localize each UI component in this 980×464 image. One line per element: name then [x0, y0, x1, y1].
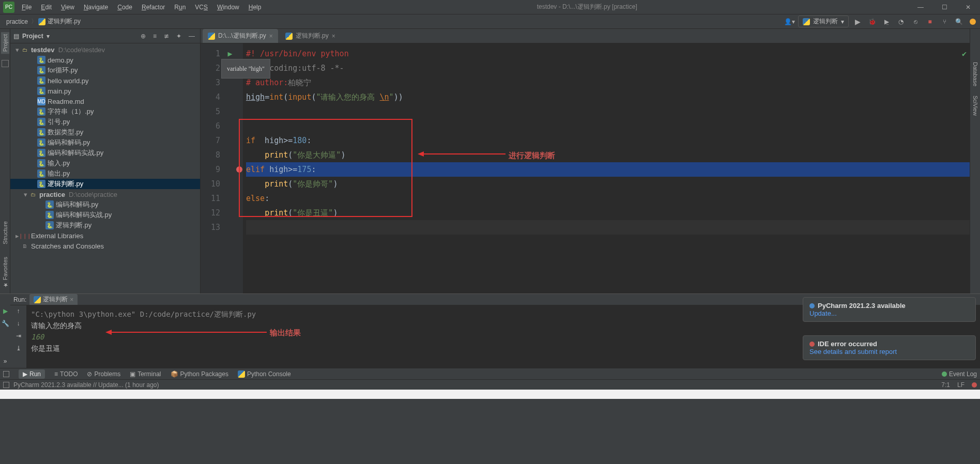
tree-file[interactable]: 🐍引号.py [10, 117, 200, 127]
project-tool-window: ▤ Project ▾ ⊕ ≡ ≢ ✦ — ▾🗀testdev D:\code\… [10, 29, 201, 293]
inspection-ok-icon[interactable]: ✔ [962, 47, 967, 61]
run-tab-button[interactable]: ▶ Run [19, 369, 45, 379]
ide-error-indicator-icon[interactable] [972, 382, 977, 388]
tree-file[interactable]: 🐍数据类型.py [10, 127, 200, 137]
stop-button[interactable]: ■ [924, 16, 936, 27]
favorites-tab[interactable]: ★ Favorites [1, 255, 9, 290]
tree-file[interactable]: 🐍逻辑判断.py [10, 220, 200, 230]
project-panel-title[interactable]: Project [22, 33, 43, 40]
project-tab[interactable]: Project [1, 32, 9, 54]
menu-view[interactable]: View [57, 2, 79, 13]
expand-all-icon[interactable]: ≡ [151, 33, 159, 40]
down-icon[interactable]: ↓ [17, 320, 20, 327]
menu-refactor[interactable]: Refactor [137, 2, 169, 13]
structure-tab[interactable]: Structure [1, 219, 9, 246]
search-button[interactable]: 🔍 [953, 16, 964, 27]
coverage-button[interactable]: ▶̤ [881, 16, 892, 27]
locate-icon[interactable]: ⊕ [139, 33, 148, 40]
tree-file[interactable]: 🐍输出.py [10, 168, 200, 179]
python-icon [803, 18, 810, 25]
status-message[interactable]: PyCharm 2021.2.3 available // Update... … [13, 381, 159, 389]
scroll-to-end-icon[interactable]: ⤓ [16, 345, 21, 352]
event-indicator-icon [942, 372, 947, 377]
close-icon[interactable]: × [269, 33, 273, 40]
tree-package[interactable]: ▾🗀practice D:\code\practice [10, 189, 200, 199]
tree-file[interactable]: MDReadme.md [10, 96, 200, 106]
tree-file[interactable]: 🐍main.py [10, 86, 200, 96]
chevron-down-icon[interactable]: ▾ [47, 33, 50, 40]
menu-vcs[interactable]: VCS [191, 2, 212, 13]
hide-icon[interactable]: — [187, 33, 197, 40]
close-icon[interactable]: × [332, 33, 335, 40]
settings-icon[interactable]: 🔧 [2, 320, 9, 327]
bookmarks-icon[interactable] [2, 60, 9, 67]
run-config-selector[interactable]: 逻辑判断 ▾ [798, 16, 849, 27]
concurrency-button[interactable]: ⎋ [910, 16, 921, 27]
tree-file[interactable]: 🐍字符串（1）.py [10, 106, 200, 117]
tree-file[interactable]: 🐍demo.py [10, 55, 200, 65]
menu-run[interactable]: Run [170, 2, 190, 13]
breadcrumb-root[interactable]: practice [4, 17, 30, 26]
right-tool-stripe: Database SciView [970, 29, 980, 293]
menu-file[interactable]: File [18, 2, 36, 13]
notification-update[interactable]: PyCharm 2021.2.3 available Update... [803, 297, 976, 322]
tool-window-quick-access-icon[interactable] [3, 371, 9, 377]
notification-link[interactable]: Update... [809, 310, 969, 317]
tree-root[interactable]: ▾🗀testdev D:\code\testdev [10, 44, 200, 55]
tree-file[interactable]: 🐍编码和解码实战.py [10, 210, 200, 220]
more-icon[interactable]: » [4, 358, 7, 365]
user-icon[interactable]: 👤▾ [784, 16, 795, 27]
tree-file[interactable]: 🐍输入.py [10, 158, 200, 168]
collapse-all-icon[interactable]: ≢ [162, 33, 171, 40]
soft-wrap-icon[interactable]: ⇥ [16, 332, 21, 339]
code-content[interactable]: variable "high" #! /usr/bin/env python #… [243, 43, 970, 293]
rerun-icon[interactable]: ▶ [3, 307, 8, 315]
tree-file[interactable]: 🐍for循环.py [10, 65, 200, 75]
maximize-button[interactable]: ☐ [932, 0, 956, 14]
event-log-button[interactable]: Event Log [942, 370, 977, 378]
up-icon[interactable]: ↑ [17, 307, 20, 315]
terminal-tab-button[interactable]: ▣ Terminal [130, 370, 161, 378]
breakpoint-gutter[interactable] [236, 43, 243, 293]
breadcrumb-file[interactable]: 逻辑判断.py [45, 16, 83, 27]
breakpoint-icon[interactable] [236, 166, 242, 173]
tree-file[interactable]: 🐍编码和解码.py [10, 137, 200, 148]
tree-file[interactable]: 🐍编码和解码实战.py [10, 148, 200, 158]
menu-edit[interactable]: Edit [37, 2, 56, 13]
todo-tab-button[interactable]: ≡ TODO [54, 370, 78, 378]
tree-file[interactable]: 🐍hello world.py [10, 75, 200, 86]
menu-navigate[interactable]: Navigate [80, 2, 112, 13]
line-number-gutter[interactable]: 12345678910111213 [201, 43, 224, 293]
menu-help[interactable]: Help [244, 2, 266, 13]
tree-scratches[interactable]: 🗎Scratches and Consoles [10, 241, 200, 251]
minimize-button[interactable]: — [909, 0, 932, 14]
menu-code[interactable]: Code [113, 2, 136, 13]
run-button[interactable]: ▶ [852, 16, 863, 27]
python-packages-tab-button[interactable]: 📦 Python Packages [171, 370, 228, 378]
editor-tabs: D:\...\逻辑判断.py× 逻辑判断.py× [201, 29, 970, 43]
sciview-tab[interactable]: SciView [971, 94, 979, 118]
python-console-tab-button[interactable]: Python Console [238, 370, 291, 378]
tree-file[interactable]: 🐍编码和解码.py [10, 199, 200, 210]
debug-button[interactable]: 🐞 [866, 16, 878, 27]
settings-icon[interactable]: ✦ [174, 33, 183, 40]
tree-external-libs[interactable]: ▸❘❘❘External Libraries [10, 230, 200, 241]
tool-windows-icon[interactable] [3, 382, 9, 388]
line-separator[interactable]: LF [957, 381, 964, 389]
editor-tab-active[interactable]: D:\...\逻辑判断.py× [203, 29, 278, 43]
editor-tab[interactable]: 逻辑判断.py× [280, 29, 341, 43]
run-gutter[interactable]: ▶ [224, 43, 236, 293]
code-editor[interactable]: 12345678910111213 ▶ variable "high" #! /… [201, 43, 970, 293]
vcs-button[interactable]: ⑂ [939, 16, 950, 27]
notification-link[interactable]: See details and submit report [809, 348, 969, 355]
database-tab[interactable]: Database [971, 60, 979, 88]
project-tree[interactable]: ▾🗀testdev D:\code\testdev 🐍demo.py 🐍for循… [10, 43, 200, 293]
problems-tab-button[interactable]: ⊘ Problems [87, 370, 120, 378]
tree-file[interactable]: 🐍逻辑判断.py [10, 179, 200, 189]
close-button[interactable]: ✕ [956, 0, 980, 14]
notification-error[interactable]: IDE error occurred See details and submi… [803, 335, 976, 360]
caret-position[interactable]: 7:1 [941, 381, 950, 389]
menu-window[interactable]: Window [213, 2, 243, 13]
profile-button[interactable]: ◔ [895, 16, 907, 27]
python-icon [208, 33, 215, 40]
